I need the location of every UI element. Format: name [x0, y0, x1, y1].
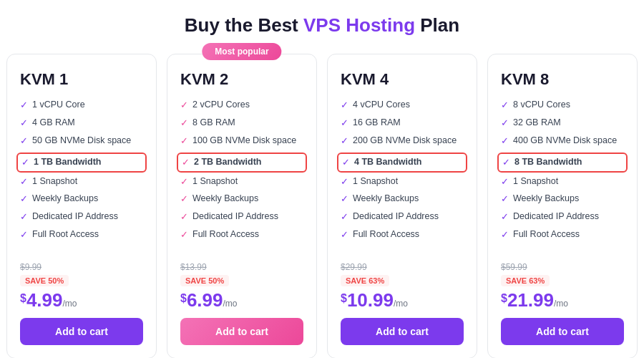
feature-item: ✓1 Snapshot: [180, 175, 303, 188]
plan-card-kvm2: Most popularKVM 2✓2 vCPU Cores✓8 GB RAM✓…: [167, 54, 317, 358]
feature-item: ✓Full Root Access: [20, 228, 143, 241]
save-badge: SAVE 63%: [341, 275, 389, 286]
plan-name-kvm4: KVM 4: [341, 70, 464, 89]
plan-name-kvm1: KVM 1: [20, 70, 143, 89]
feature-item: ✓1 Snapshot: [20, 175, 143, 188]
feature-item: ✓32 GB RAM: [501, 117, 624, 130]
page-title: Buy the Best VPS Hosting Plan: [14, 14, 630, 37]
feature-list-kvm2: ✓2 vCPU Cores✓8 GB RAM✓100 GB NVMe Disk …: [180, 99, 303, 246]
feature-item: ✓1 Snapshot: [341, 175, 464, 188]
feature-list-kvm4: ✓4 vCPU Cores✓16 GB RAM✓200 GB NVMe Disk…: [341, 99, 464, 246]
feature-item: ✓4 vCPU Cores: [341, 99, 464, 112]
feature-item: ✓200 GB NVMe Disk space: [341, 135, 464, 147]
plan-name-kvm2: KVM 2: [180, 70, 303, 89]
feature-item: ✓8 GB RAM: [180, 117, 303, 130]
add-to-cart-kvm2[interactable]: Add to cart: [180, 318, 303, 345]
feature-item: ✓8 vCPU Cores: [501, 99, 624, 112]
add-to-cart-kvm8[interactable]: Add to cart: [501, 318, 624, 345]
feature-item: ✓400 GB NVMe Disk space: [501, 135, 624, 147]
feature-item: ✓Full Root Access: [180, 228, 303, 241]
plan-card-kvm8: KVM 8✓8 vCPU Cores✓32 GB RAM✓400 GB NVMe…: [487, 54, 638, 358]
feature-item: ✓Dedicated IP Address: [20, 211, 143, 223]
save-badge: SAVE 63%: [501, 275, 550, 286]
feature-item: ✓Dedicated IP Address: [180, 211, 303, 223]
feature-item: ✓Full Root Access: [341, 228, 464, 241]
plan-card-kvm1: KVM 1✓1 vCPU Core✓4 GB RAM✓50 GB NVMe Di…: [6, 54, 157, 358]
feature-item: ✓4 GB RAM: [20, 117, 143, 130]
pricing-kvm4: $29.99SAVE 63% $ 10.99 /mo Add to cart: [341, 262, 464, 345]
feature-item: ✓Weekly Backups: [20, 193, 143, 205]
original-price: $9.99: [20, 262, 143, 272]
feature-item: ✓100 GB NVMe Disk space: [180, 135, 303, 147]
current-price: $ 10.99 /mo: [341, 291, 464, 309]
feature-list-kvm1: ✓1 vCPU Core✓4 GB RAM✓50 GB NVMe Disk sp…: [20, 99, 143, 246]
feature-item: ✓1 vCPU Core: [20, 99, 143, 112]
feature-item: ✓Weekly Backups: [180, 193, 303, 205]
feature-bandwidth: ✓1 TB Bandwidth: [21, 156, 142, 169]
feature-item: ✓Dedicated IP Address: [341, 211, 464, 223]
feature-item: ✓50 GB NVMe Disk space: [20, 135, 143, 147]
feature-bandwidth: ✓4 TB Bandwidth: [342, 156, 462, 169]
feature-item: ✓16 GB RAM: [341, 117, 464, 130]
original-price: $59.99: [501, 262, 624, 272]
feature-item: ✓Weekly Backups: [501, 193, 624, 205]
save-badge: SAVE 50%: [180, 275, 229, 286]
popular-badge: Most popular: [202, 43, 281, 60]
plans-container: KVM 1✓1 vCPU Core✓4 GB RAM✓50 GB NVMe Di…: [14, 54, 630, 358]
original-price: $13.99: [180, 262, 303, 272]
add-to-cart-kvm4[interactable]: Add to cart: [341, 318, 464, 345]
current-price: $ 6.99 /mo: [180, 291, 303, 309]
plan-name-kvm8: KVM 8: [501, 70, 624, 89]
save-badge: SAVE 50%: [20, 275, 69, 286]
current-price: $ 4.99 /mo: [20, 291, 143, 309]
feature-item: ✓Weekly Backups: [341, 193, 464, 205]
feature-item: ✓Dedicated IP Address: [501, 211, 624, 223]
feature-list-kvm8: ✓8 vCPU Cores✓32 GB RAM✓400 GB NVMe Disk…: [501, 99, 624, 246]
current-price: $ 21.99 /mo: [501, 291, 624, 309]
original-price: $29.99: [341, 262, 464, 272]
pricing-kvm1: $9.99SAVE 50% $ 4.99 /mo Add to cart: [20, 262, 143, 345]
feature-bandwidth: ✓2 TB Bandwidth: [182, 156, 302, 169]
pricing-kvm8: $59.99SAVE 63% $ 21.99 /mo Add to cart: [501, 262, 624, 345]
pricing-kvm2: $13.99SAVE 50% $ 6.99 /mo Add to cart: [180, 262, 303, 345]
feature-bandwidth: ✓8 TB Bandwidth: [502, 156, 623, 169]
plan-card-kvm4: KVM 4✓4 vCPU Cores✓16 GB RAM✓200 GB NVMe…: [327, 54, 477, 358]
feature-item: ✓1 Snapshot: [501, 175, 624, 188]
feature-item: ✓Full Root Access: [501, 228, 624, 241]
add-to-cart-kvm1[interactable]: Add to cart: [20, 318, 143, 345]
feature-item: ✓2 vCPU Cores: [180, 99, 303, 112]
